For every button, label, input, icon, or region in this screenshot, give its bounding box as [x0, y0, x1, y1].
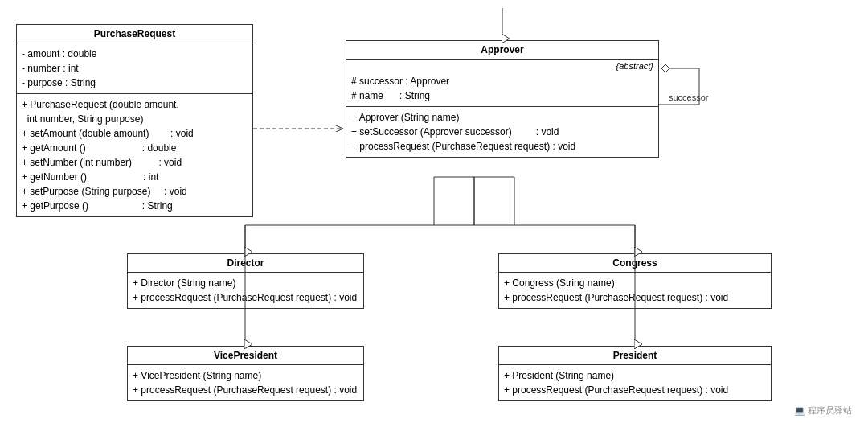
pr-method-5: + setNumber (int number) : void — [22, 155, 248, 170]
purchase-request-methods: + PurchaseRequest (double amount, int nu… — [17, 94, 252, 216]
pr-method-1: + PurchaseRequest (double amount, — [22, 97, 248, 112]
purchase-request-attributes: - amount : double - number : int - purpo… — [17, 43, 252, 94]
ap-method-2: + setSuccessor (Approver successor) : vo… — [351, 125, 653, 139]
congress-title: Congress — [499, 254, 771, 273]
dir-method-2: + processRequest (PurchaseRequest reques… — [133, 290, 358, 305]
approver-methods: + Approver (String name) + setSuccessor … — [346, 107, 658, 157]
cong-method-2: + processRequest (PurchaseRequest reques… — [504, 290, 766, 305]
ap-attr-2: # name : String — [351, 88, 653, 103]
cong-method-1: + Congress (String name) — [504, 276, 766, 290]
president-box: President + President (String name) + pr… — [498, 346, 772, 401]
vice-president-box: VicePresident + VicePresident (String na… — [127, 346, 364, 401]
approver-stereotype: {abstract} — [346, 60, 658, 71]
pr-method-2: int number, String purpose) — [22, 112, 248, 126]
pres-method-2: + processRequest (PurchaseRequest reques… — [504, 383, 766, 397]
vp-method-2: + processRequest (PurchaseRequest reques… — [133, 383, 358, 397]
watermark: 💻 程序员驿站 — [794, 405, 852, 417]
approver-title: Approver — [346, 41, 658, 60]
pr-attr-2: - number : int — [22, 61, 248, 76]
congress-methods: + Congress (String name) + processReques… — [499, 273, 771, 308]
president-methods: + President (String name) + processReque… — [499, 365, 771, 400]
pr-attr-3: - purpose : String — [22, 76, 248, 90]
vp-methods: + VicePresident (String name) + processR… — [128, 365, 363, 400]
approver-attributes: # successor : Approver # name : String — [346, 71, 658, 107]
purchase-request-title: PurchaseRequest — [17, 25, 252, 43]
diagram-container: PurchaseRequest - amount : double - numb… — [0, 0, 868, 423]
pr-method-7: + setPurpose (String purpose) : void — [22, 184, 248, 199]
vp-method-1: + VicePresident (String name) — [133, 368, 358, 383]
purchase-request-box: PurchaseRequest - amount : double - numb… — [16, 24, 253, 217]
dir-method-1: + Director (String name) — [133, 276, 358, 290]
president-title: President — [499, 347, 771, 365]
ap-method-1: + Approver (String name) — [351, 110, 653, 125]
director-box: Director + Director (String name) + proc… — [127, 253, 364, 309]
pr-method-4: + getAmount () : double — [22, 141, 248, 155]
congress-box: Congress + Congress (String name) + proc… — [498, 253, 772, 309]
approver-box: Approver {abstract} # successor : Approv… — [346, 40, 659, 158]
successor-label: successor — [669, 92, 709, 102]
director-methods: + Director (String name) + processReques… — [128, 273, 363, 308]
pr-method-8: + getPurpose () : String — [22, 199, 248, 213]
pres-method-1: + President (String name) — [504, 368, 766, 383]
vice-president-title: VicePresident — [128, 347, 363, 365]
director-title: Director — [128, 254, 363, 273]
pr-attr-1: - amount : double — [22, 47, 248, 61]
ap-method-3: + processRequest (PurchaseRequest reques… — [351, 139, 653, 154]
pr-method-3: + setAmount (double amount) : void — [22, 126, 248, 141]
pr-method-6: + getNumber () : int — [22, 170, 248, 184]
ap-attr-1: # successor : Approver — [351, 74, 653, 88]
